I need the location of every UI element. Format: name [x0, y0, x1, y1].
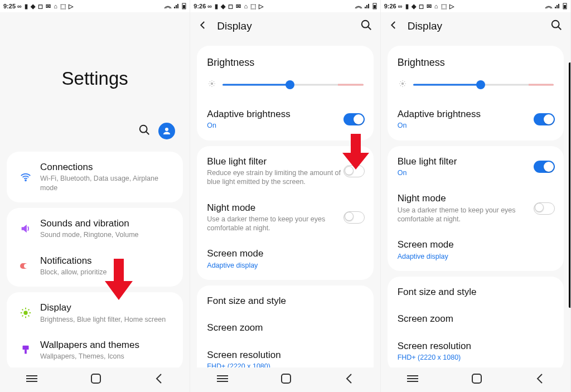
- svg-line-3: [146, 132, 149, 135]
- scroll-indicator: [569, 62, 570, 308]
- settings-item-connections[interactable]: Connections Wi-Fi, Bluetooth, Data usage…: [7, 154, 183, 200]
- brightness-label: Brightness: [197, 48, 373, 73]
- brightness-slider[interactable]: [413, 80, 554, 90]
- brightness-low-icon: [398, 79, 408, 91]
- wallpapers-icon: [16, 344, 36, 356]
- status-icons-left: ∞ ▮ ◆ ◻ ✉ ⌂ ⬚ ▷: [17, 3, 74, 10]
- svg-line-56: [404, 81, 405, 82]
- adaptive-brightness-toggle[interactable]: [343, 113, 365, 125]
- item-sub: Sound mode, Ringtone, Volume: [40, 230, 174, 239]
- search-icon[interactable]: [138, 124, 151, 138]
- status-time: 9:26: [384, 3, 396, 9]
- svg-line-28: [367, 27, 371, 30]
- item-title: Notifications: [40, 255, 174, 267]
- svg-point-7: [24, 264, 28, 268]
- search-icon[interactable]: [550, 19, 563, 33]
- font-size-row[interactable]: Font size and style: [197, 288, 373, 314]
- nav-bar: [190, 367, 380, 392]
- svg-line-54: [404, 85, 405, 86]
- svg-point-48: [401, 83, 404, 85]
- screen-mode-row[interactable]: Screen mode Adaptive display: [197, 240, 373, 278]
- display-icon: [16, 307, 36, 319]
- svg-line-13: [22, 309, 23, 311]
- settings-card-2: Sounds and vibration Sound mode, Rington…: [7, 208, 183, 287]
- back-icon[interactable]: [198, 20, 208, 32]
- settings-item-sounds[interactable]: Sounds and vibration Sound mode, Rington…: [7, 210, 183, 248]
- screen-zoom-row[interactable]: Screen zoom: [197, 314, 373, 341]
- screen-mode-row[interactable]: Screen mode Adaptive display: [388, 231, 564, 269]
- settings-card-3: Display Brightness, Blue light filter, H…: [7, 292, 183, 367]
- item-title: Wallpapers and themes: [40, 340, 174, 351]
- svg-line-55: [400, 85, 401, 86]
- phone-screen-1: 9:25 ∞ ▮ ◆ ◻ ✉ ⌂ ⬚ ▷ Settings: [0, 0, 190, 392]
- nav-recents[interactable]: [26, 375, 37, 385]
- svg-rect-43: [282, 374, 291, 383]
- display-content: Brightness Adaptive brightness On: [190, 40, 380, 367]
- svg-rect-18: [25, 350, 27, 354]
- svg-line-16: [28, 309, 30, 311]
- svg-rect-45: [564, 5, 566, 8]
- sound-icon: [16, 222, 36, 235]
- svg-point-8: [23, 311, 27, 315]
- nav-recents[interactable]: [217, 375, 228, 385]
- back-icon[interactable]: [389, 20, 399, 32]
- item-sub: Wallpapers, Themes, Icons: [40, 352, 174, 361]
- svg-point-46: [552, 21, 559, 28]
- brightness-slider[interactable]: [222, 80, 363, 90]
- settings-card-1: Connections Wi-Fi, Bluetooth, Data usage…: [7, 152, 183, 202]
- adaptive-brightness-toggle[interactable]: [534, 113, 555, 125]
- header-bar: Display: [381, 12, 570, 40]
- brightness-slider-row: [388, 73, 564, 101]
- settings-item-notifications[interactable]: Notifications Block, allow, prioritize: [7, 248, 183, 285]
- screen-resolution-row[interactable]: Screen resolution FHD+ (2220 x 1080): [388, 333, 564, 367]
- night-mode-toggle[interactable]: [534, 202, 555, 215]
- header-bar: Display: [190, 12, 380, 40]
- blue-light-filter-toggle[interactable]: [343, 165, 365, 177]
- svg-point-29: [211, 83, 214, 85]
- nav-back[interactable]: [535, 373, 544, 386]
- status-icons-left: ∞ ▮ ◆ ◻ ✉ ⌂ ⬚ ▷: [398, 3, 454, 10]
- blue-light-filter-row[interactable]: Blue light filter Reduce eye strain by l…: [197, 148, 373, 195]
- status-bar: 9:25 ∞ ▮ ◆ ◻ ✉ ⌂ ⬚ ▷: [0, 0, 190, 12]
- nav-home[interactable]: [90, 373, 101, 386]
- svg-line-53: [400, 81, 401, 82]
- phone-screen-3: 9:26 ∞ ▮ ◆ ◻ ✉ ⌂ ⬚ ▷ Display Brightness: [381, 0, 571, 392]
- svg-point-27: [361, 21, 369, 28]
- status-time: 9:25: [3, 3, 16, 9]
- search-icon[interactable]: [360, 19, 372, 33]
- adaptive-brightness-row[interactable]: Adaptive brightness On: [388, 101, 564, 138]
- wifi-icon: [16, 171, 36, 183]
- font-size-row[interactable]: Font size and style: [388, 279, 564, 306]
- status-bar: 9:26 ∞ ▮ ◆ ◻ ✉ ⌂ ⬚ ▷: [381, 0, 570, 12]
- nav-bar: [381, 367, 570, 392]
- svg-point-4: [165, 128, 168, 131]
- nav-recents[interactable]: [407, 375, 418, 385]
- settings-item-wallpapers[interactable]: Wallpapers and themes Wallpapers, Themes…: [7, 332, 183, 367]
- nav-back[interactable]: [345, 373, 354, 386]
- page-title: Display: [217, 20, 360, 32]
- screen-resolution-row[interactable]: Screen resolution FHD+ (2220 x 1080): [197, 342, 373, 367]
- night-mode-toggle[interactable]: [343, 211, 365, 224]
- profile-avatar[interactable]: [158, 123, 175, 139]
- blue-light-filter-row[interactable]: Blue light filter On: [388, 148, 564, 186]
- nav-home[interactable]: [471, 373, 482, 386]
- display-content: Brightness Adaptive brightness On: [381, 40, 570, 367]
- night-mode-row[interactable]: Night mode Use a darker theme to keep yo…: [388, 185, 564, 231]
- svg-point-2: [140, 125, 147, 133]
- svg-line-35: [214, 85, 214, 86]
- nav-bar: [0, 367, 190, 392]
- page-title: Settings: [4, 68, 185, 89]
- nav-back[interactable]: [154, 373, 163, 386]
- nav-home[interactable]: [280, 373, 292, 386]
- settings-item-display[interactable]: Display Brightness, Blue light filter, H…: [7, 294, 183, 332]
- svg-point-5: [25, 180, 26, 181]
- screen-zoom-row[interactable]: Screen zoom: [388, 306, 564, 332]
- svg-rect-26: [374, 5, 376, 8]
- item-title: Sounds and vibration: [40, 218, 174, 229]
- item-title: Display: [40, 302, 174, 313]
- night-mode-row[interactable]: Night mode Use a darker theme to keep yo…: [197, 195, 373, 241]
- adaptive-brightness-row[interactable]: Adaptive brightness On: [197, 101, 373, 138]
- svg-line-14: [28, 316, 30, 317]
- phone-screen-2: 9:26 ∞ ▮ ◆ ◻ ✉ ⌂ ⬚ ▷ Display Brightness: [190, 0, 380, 392]
- blue-light-filter-toggle[interactable]: [534, 161, 555, 173]
